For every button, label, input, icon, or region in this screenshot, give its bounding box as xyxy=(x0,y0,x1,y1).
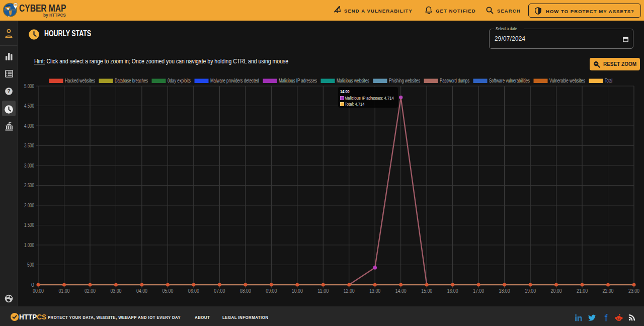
svg-text:Malicious websites: Malicious websites xyxy=(337,78,369,84)
svg-text:06:00: 06:00 xyxy=(188,288,199,294)
svg-text:Hacked websites: Hacked websites xyxy=(65,78,95,84)
svg-text:1.000: 1.000 xyxy=(24,242,34,248)
svg-text:01:00: 01:00 xyxy=(58,288,69,294)
svg-text:Total: Total xyxy=(605,78,612,84)
svg-text:16:00: 16:00 xyxy=(447,288,458,294)
svg-text:09:00: 09:00 xyxy=(266,288,277,294)
svg-text:Vulnerable websites: Vulnerable websites xyxy=(549,78,585,84)
svg-text:23:00: 23:00 xyxy=(628,288,639,294)
svg-text:3.000: 3.000 xyxy=(24,163,34,169)
svg-text:500: 500 xyxy=(27,262,34,268)
svg-text:Software vulnerabilities: Software vulnerabilities xyxy=(489,78,530,84)
svg-text:05:00: 05:00 xyxy=(162,288,173,294)
svg-text:19:00: 19:00 xyxy=(525,288,536,294)
svg-text:2.000: 2.000 xyxy=(24,203,34,208)
svg-text:15:00: 15:00 xyxy=(421,288,432,294)
svg-text:Phishing websites: Phishing websites xyxy=(389,78,420,84)
svg-text:0day exploits: 0day exploits xyxy=(168,78,191,84)
svg-text:Malware providers detected: Malware providers detected xyxy=(210,78,259,84)
svg-text:20:00: 20:00 xyxy=(551,288,562,294)
svg-text:5.000: 5.000 xyxy=(24,84,34,89)
svg-text:10:00: 10:00 xyxy=(292,288,303,294)
svg-text:00:00: 00:00 xyxy=(33,288,44,294)
svg-text:1.500: 1.500 xyxy=(24,222,34,228)
svg-text:Malicious IP adresses: Malicious IP adresses xyxy=(279,78,317,84)
svg-text:07:00: 07:00 xyxy=(214,288,225,294)
svg-text:02:00: 02:00 xyxy=(85,288,96,294)
svg-text:14:00: 14:00 xyxy=(395,288,407,294)
svg-text:08:00: 08:00 xyxy=(240,288,251,294)
svg-text:21:00: 21:00 xyxy=(577,288,588,294)
svg-text:18:00: 18:00 xyxy=(499,288,510,294)
svg-text:03:00: 03:00 xyxy=(110,288,121,294)
svg-text:22:00: 22:00 xyxy=(603,288,614,294)
svg-text:17:00: 17:00 xyxy=(473,288,484,294)
svg-text:12:00: 12:00 xyxy=(344,288,355,294)
svg-text:13:00: 13:00 xyxy=(369,288,380,294)
svg-text:Database breaches: Database breaches xyxy=(115,78,148,84)
svg-text:0: 0 xyxy=(31,282,34,288)
svg-text:?: ? xyxy=(7,88,10,94)
svg-text:4.000: 4.000 xyxy=(24,123,34,129)
svg-text:3.500: 3.500 xyxy=(24,143,34,148)
svg-text:2.500: 2.500 xyxy=(24,183,34,188)
svg-text:11:00: 11:00 xyxy=(317,288,329,294)
svg-text:04:00: 04:00 xyxy=(136,288,147,294)
svg-text:4.500: 4.500 xyxy=(24,103,34,109)
svg-text:Password dumps: Password dumps xyxy=(440,78,469,84)
